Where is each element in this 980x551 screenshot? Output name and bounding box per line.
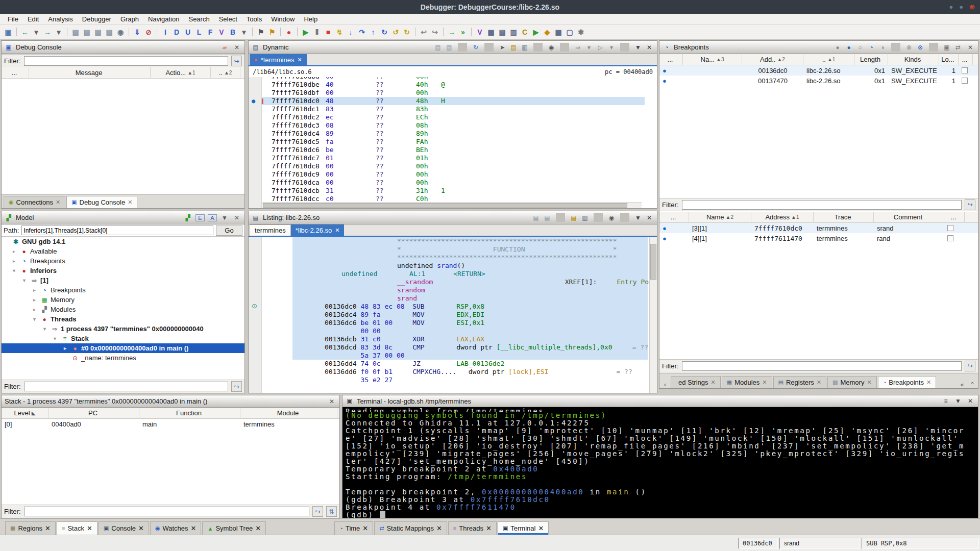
column-header[interactable]: Comment	[874, 212, 944, 223]
nav-forward-dropdown-icon[interactable]: ▾	[54, 27, 64, 37]
thread-back-icon[interactable]: ↩	[419, 27, 429, 37]
listing-line[interactable]: undefined srand()	[292, 262, 648, 270]
panel-tab[interactable]: ◔Breakpoints✕	[878, 376, 937, 388]
stack-header[interactable]: Stack - 1 process 4397 "termmines" 0x000…	[2, 395, 339, 408]
panel-menu-icon[interactable]: ▼	[220, 214, 229, 221]
tab-scroll-icon[interactable]: «	[958, 381, 967, 388]
separator[interactable]	[252, 28, 253, 36]
model-header[interactable]: ▞ Model ▞ E A ▼ ✕	[2, 211, 244, 224]
panel-tab[interactable]: ▥Memory✕	[827, 376, 877, 388]
panel-tab[interactable]: ▦Modules✕	[722, 376, 772, 388]
menu-item[interactable]: Select	[214, 14, 242, 24]
column-header[interactable]: Lo...	[939, 54, 959, 65]
window-tab[interactable]: ▲Symbol Tree✕	[202, 521, 266, 535]
launch-icon[interactable]: »	[458, 27, 468, 37]
breakpoint-location-row[interactable]: ● [3][1] 7ffff7610dc0 termmines srand	[659, 223, 978, 233]
clone-icon[interactable]: ▤	[104, 27, 114, 37]
breakpoint-checkbox[interactable]	[962, 78, 968, 84]
copy-icon[interactable]: ▤	[70, 27, 81, 37]
purple-v-icon[interactable]: V	[475, 27, 485, 37]
tab-close-icon[interactable]: ✕	[45, 524, 51, 532]
listing-line[interactable]: srand	[292, 294, 648, 303]
listing-line[interactable]: 00136dcd 83 3d 8c CMP dword ptr [__libc_…	[292, 343, 648, 352]
regex-filter-icon[interactable]: ▣	[942, 44, 951, 51]
breakpoint-enabled-icon[interactable]: ●	[663, 224, 667, 232]
goto-pc-icon[interactable]: ⇒	[573, 44, 582, 51]
window-tab[interactable]: ⇄Static Mappings✕	[374, 521, 447, 535]
expand-arrow-icon[interactable]: ▾	[33, 316, 38, 322]
tab-close-icon[interactable]: ✕	[436, 524, 442, 532]
column-header[interactable]: Trace	[814, 212, 874, 223]
stack-row[interactable]: [0] 00400ad0 main termmines	[2, 419, 339, 429]
nav-back-dropdown-icon[interactable]: ▾	[31, 27, 41, 37]
grid-icon[interactable]: ▦	[553, 27, 564, 37]
location-icon[interactable]: ⚑	[267, 27, 277, 37]
tree-item[interactable]: ▸▦Memory	[2, 295, 244, 305]
panel-menu-icon[interactable]: ▼	[633, 214, 643, 221]
column-header[interactable]: ...	[959, 54, 973, 65]
hex-row[interactable]: 7ffff7610dbe40??40h@	[262, 81, 645, 89]
nav-back-icon[interactable]: ←	[20, 27, 30, 37]
expand-arrow-icon[interactable]: ▾	[54, 336, 59, 341]
enable-breakpoint-icon[interactable]: ●	[844, 44, 853, 51]
breakpoint-dot-icon[interactable]	[252, 131, 258, 137]
clear-breakpoint-icon[interactable]: ⊗	[916, 44, 925, 51]
filter-config-icon[interactable]: ↪	[231, 381, 242, 392]
cg-icon[interactable]: C	[520, 27, 530, 37]
track-dropdown-icon[interactable]: ▾	[607, 44, 616, 51]
breakpoints-header[interactable]: ◔ Breakpoints ●●○◔◑⊗⊗▣⇄ ✕	[659, 41, 978, 54]
step-into-icon[interactable]: ↓	[346, 27, 356, 37]
listing-margin[interactable]	[249, 237, 262, 393]
auto-read-cursor-icon[interactable]: ➤	[498, 44, 507, 51]
column-header[interactable]: Level◣	[2, 408, 48, 419]
column-header[interactable]: Address▲1	[751, 212, 814, 223]
column-header[interactable]: Actio...▲1	[151, 67, 211, 79]
listing-line[interactable]: 35 e2 27	[292, 376, 648, 384]
menu-item[interactable]: File	[3, 14, 23, 24]
breakpoint-enabled-icon[interactable]: ●	[663, 67, 667, 74]
listing-line[interactable]: 00 00	[292, 327, 648, 335]
edit-table-icon[interactable]: ▤	[509, 44, 518, 51]
scrollbar-thumb[interactable]	[650, 244, 656, 280]
tree-item[interactable]: ▾⇒1 process 4397 "termmines" 0x000000000…	[2, 324, 244, 334]
filter-input[interactable]	[24, 56, 229, 66]
settings-icon[interactable]: ✱	[576, 27, 586, 37]
show-elements-icon[interactable]: E	[195, 214, 205, 221]
tab-close-icon[interactable]: ✕	[56, 199, 60, 206]
expand-arrow-icon[interactable]: ▾	[43, 326, 48, 332]
copy-icon[interactable]: ▤	[531, 214, 541, 221]
menu-item[interactable]: Navigation	[143, 14, 184, 24]
enable-all-breakpoints-icon[interactable]: ●	[833, 44, 842, 51]
attach-icon[interactable]: →	[447, 27, 457, 37]
listing-header[interactable]: ▤ Listing: libc-2.26.so ▤▤▤▥◉▼✕	[249, 211, 657, 224]
listing-line[interactable]: __srandom XREF[1]: Entry Po	[292, 278, 648, 286]
minimize-icon[interactable]: ●	[949, 3, 953, 11]
camera-icon[interactable]: ◉	[607, 214, 616, 221]
separator[interactable]	[929, 43, 938, 52]
hex-row[interactable]: 7ffff7610dc308??08h	[262, 121, 645, 130]
listing-line[interactable]: 00136dc0 48 83 ec 08 SUB RSP,0x8	[292, 303, 648, 311]
expand-arrow-icon[interactable]: ▸	[33, 287, 38, 293]
byte-format-icon[interactable]: B	[228, 27, 238, 37]
trace-tab-termmines[interactable]: ● *termmines ✕	[250, 54, 307, 65]
refresh-icon[interactable]: ↻	[471, 44, 480, 51]
listing-line[interactable]: ****************************************…	[292, 254, 648, 262]
panel-tab[interactable]: ▤Registers✕	[773, 376, 827, 388]
clear-all-breakpoints-icon[interactable]: ⊗	[904, 44, 914, 51]
clear-icon[interactable]: ⊘	[143, 27, 154, 37]
tree-item[interactable]: ▸●Available	[2, 246, 244, 256]
dynamic-header[interactable]: ▤ Dynamic ▤▤↻➤▤▥◉⇒▾▷▾▼✕	[249, 41, 657, 54]
window-tab[interactable]: ▣Terminal✕	[498, 521, 549, 535]
column-header[interactable]: ..▲1	[803, 54, 854, 65]
separator[interactable]	[129, 28, 129, 36]
separator[interactable]	[415, 28, 415, 36]
copy-icon[interactable]: ▤	[433, 44, 443, 51]
menu-item[interactable]: Tools	[242, 14, 266, 24]
column-header[interactable]: Length	[854, 54, 888, 65]
listing-line[interactable]: 00136dd6 f0 0f b1 CMPXCHG.... dword ptr …	[292, 368, 648, 376]
tab-list-icon[interactable]: ⌃	[968, 381, 977, 388]
tree-item[interactable]: ▾⇒[1]	[2, 276, 244, 285]
column-header[interactable]: Function	[139, 408, 240, 419]
listing-line[interactable]: 00136dd4 74 0c JZ LAB_00136de2	[292, 360, 648, 368]
breakpoint-row[interactable]: ● 00136dc0 libc-2.26.so 0x1 SW_EXECUTE 1	[659, 65, 978, 76]
